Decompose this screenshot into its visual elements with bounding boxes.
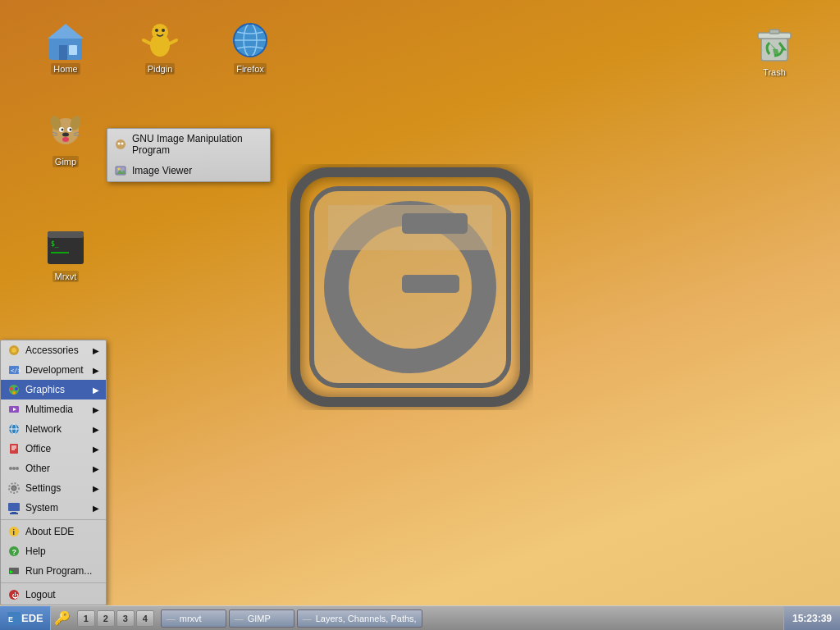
imageviewer-icon — [114, 164, 127, 177]
home-icon — [46, 21, 85, 60]
graphics-icon — [7, 383, 21, 396]
network-icon — [7, 422, 21, 436]
help-icon: ? — [7, 545, 21, 558]
other-icon — [7, 462, 21, 475]
settings-icon — [7, 482, 21, 495]
menu-item-about[interactable]: i About EDE — [1, 522, 106, 541]
workspace-btn-4[interactable]: 4 — [136, 610, 154, 627]
multimedia-icon — [7, 403, 21, 416]
desktop-icon-home[interactable]: Home — [33, 21, 98, 75]
svg-point-74 — [118, 143, 121, 145]
svg-text:?: ? — [12, 548, 17, 556]
svg-rect-39 — [769, 30, 779, 34]
svg-point-60 — [11, 486, 16, 491]
svg-point-45 — [10, 387, 13, 390]
workspace-btn-2[interactable]: 2 — [97, 610, 115, 627]
taskbar: E EDE 🔑 1 2 3 4 — mrxvt — GIMP — Layers,… — [0, 605, 840, 630]
svg-rect-62 — [8, 503, 20, 511]
menu-item-multimedia[interactable]: Multimedia ▶ — [1, 399, 106, 419]
svg-marker-7 — [48, 24, 84, 39]
menu-divider-2 — [1, 582, 106, 583]
pidgin-label: Pidgin — [145, 63, 176, 75]
menu-item-network[interactable]: Network ▶ — [1, 419, 106, 439]
svg-point-27 — [62, 133, 69, 137]
svg-point-25 — [62, 129, 64, 131]
menu-item-settings[interactable]: Settings ▶ — [1, 478, 106, 498]
svg-point-59 — [16, 467, 19, 470]
office-icon — [7, 442, 21, 455]
taskbar-task-layers[interactable]: — Layers, Channels, Paths, — [297, 609, 422, 628]
about-icon: i — [7, 525, 21, 538]
desktop-icon-firefox[interactable]: Firefox — [217, 21, 283, 75]
taskbar-task-mrxvt[interactable]: — mrxvt — [161, 609, 226, 628]
menu-item-other[interactable]: Other ▶ — [1, 459, 106, 478]
menu-item-run[interactable]: ▶ Run Program... — [1, 561, 106, 581]
desktop-icon-mrxvt[interactable]: $_ Mrxvt — [33, 228, 98, 282]
mrxvt-icon: $_ — [46, 228, 85, 267]
run-icon: ▶ — [7, 564, 21, 578]
taskbar-task-gimp[interactable]: — GIMP — [229, 609, 294, 628]
menu-item-logout[interactable]: ⏻ Logout — [1, 585, 106, 605]
svg-point-11 — [152, 24, 168, 40]
svg-point-57 — [9, 467, 12, 470]
taskbar-clock: 15:23:39 — [783, 606, 840, 630]
menu-divider-1 — [1, 519, 106, 520]
trash-label: Trash — [763, 67, 786, 77]
svg-point-13 — [162, 29, 165, 32]
trash-icon — [755, 25, 794, 64]
workspace-buttons: 1 2 3 4 — [74, 606, 158, 630]
menu-item-graphics[interactable]: Graphics ▶ — [1, 380, 106, 399]
ede-start-icon: E — [7, 611, 21, 626]
svg-point-41 — [11, 348, 16, 353]
svg-text:</>: </> — [11, 368, 21, 374]
accessories-icon — [7, 344, 21, 357]
svg-rect-9 — [69, 45, 77, 55]
firefox-icon — [231, 21, 270, 60]
menu-item-system[interactable]: System ▶ — [1, 498, 106, 518]
svg-rect-5 — [402, 275, 459, 293]
gimp-icon — [46, 113, 85, 153]
svg-rect-8 — [59, 45, 67, 60]
desktop-icon-gimp[interactable]: Gimp — [33, 113, 98, 167]
svg-rect-53 — [10, 444, 18, 454]
svg-rect-34 — [48, 231, 84, 238]
ede-logo — [287, 164, 533, 410]
start-button[interactable]: E EDE — [0, 606, 51, 630]
graphics-submenu: GNU Image Manipulation Program Image Vie… — [107, 128, 271, 182]
svg-point-28 — [62, 137, 69, 142]
svg-point-75 — [121, 143, 124, 145]
gimp-sub-icon — [114, 138, 127, 151]
svg-point-26 — [70, 129, 72, 131]
svg-point-47 — [12, 391, 16, 395]
desktop-icon-pidgin[interactable]: Pidgin — [127, 21, 193, 75]
svg-text:i: i — [13, 528, 16, 536]
menu-item-accessories[interactable]: Accessories ▶ — [1, 340, 106, 360]
menu-item-development[interactable]: </> Development ▶ — [1, 360, 106, 380]
app-menu: Accessories ▶ </> Development ▶ Graphics… — [0, 340, 107, 605]
svg-line-15 — [170, 40, 176, 43]
svg-text:E: E — [8, 615, 13, 623]
svg-line-14 — [144, 40, 150, 43]
home-label: Home — [51, 63, 80, 75]
logout-icon: ⏻ — [7, 588, 21, 601]
svg-text:⏻: ⏻ — [11, 592, 19, 600]
svg-point-12 — [155, 29, 158, 32]
development-icon: </> — [7, 363, 21, 377]
taskbar-tasks: — mrxvt — GIMP — Layers, Channels, Paths… — [158, 606, 783, 630]
key-icon: 🔑 — [51, 610, 74, 626]
svg-point-46 — [15, 387, 18, 390]
firefox-label: Firefox — [234, 63, 267, 75]
submenu-item-imageviewer[interactable]: Image Viewer — [107, 160, 270, 181]
menu-item-help[interactable]: ? Help — [1, 541, 106, 561]
svg-point-73 — [116, 139, 126, 149]
system-icon — [7, 501, 21, 514]
desktop-icon-trash[interactable]: Trash — [742, 25, 807, 77]
menu-item-office[interactable]: Office ▶ — [1, 439, 106, 459]
svg-rect-4 — [402, 213, 468, 234]
workspace-btn-3[interactable]: 3 — [116, 610, 135, 627]
submenu-item-gimp[interactable]: GNU Image Manipulation Program — [107, 129, 270, 160]
gimp-label: Gimp — [52, 156, 79, 167]
mrxvt-label: Mrxvt — [52, 271, 80, 282]
svg-point-58 — [12, 467, 16, 470]
workspace-btn-1[interactable]: 1 — [77, 610, 95, 627]
